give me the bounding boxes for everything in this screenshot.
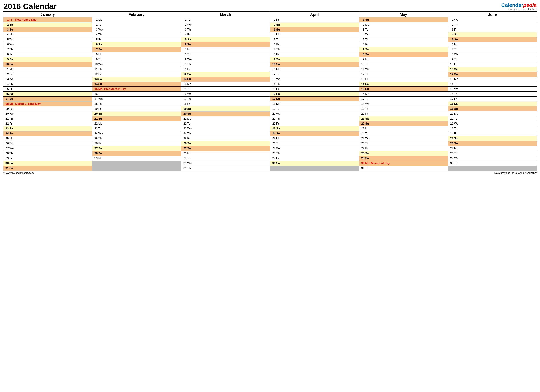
day-cell: 28Tu (448, 151, 537, 156)
day-cell: 29Fr (3, 156, 92, 161)
day-cell: 26Fr (92, 141, 181, 146)
day-cell (92, 166, 181, 171)
day-cell: 26Su (448, 141, 537, 146)
day-cell: 4Sa (448, 32, 537, 37)
footer-disclaimer: Data provided 'as is' without warranty (494, 171, 537, 174)
day-cell: 27We (270, 146, 359, 151)
day-cell: 29Tu (181, 156, 270, 161)
day-cell: 18Th (92, 101, 181, 106)
day-cell: 16Th (448, 92, 537, 96)
day-cell: 5Fr (92, 37, 181, 42)
day-cell: 24Su (3, 131, 92, 136)
calendar-table: JanuaryFebruaryMarchAprilMayJune 1FrNew … (3, 11, 537, 171)
day-cell: 20We (3, 111, 92, 116)
day-cell: 13Su (181, 77, 270, 82)
day-cell: 24We (92, 131, 181, 136)
day-cell: 12Tu (270, 72, 359, 77)
day-cell: 4Fr (181, 32, 270, 37)
day-cell: 19Fr (92, 106, 181, 111)
day-cell: 15Su (359, 87, 448, 92)
day-cell: 31Su (3, 166, 92, 171)
day-cell: 5Su (448, 37, 537, 42)
day-cell: 6We (3, 42, 92, 47)
day-cell: 20We (270, 111, 359, 116)
day-cell: 4Mo (270, 32, 359, 37)
day-cell: 17Su (270, 96, 359, 101)
day-cell: 5Tu (3, 37, 92, 42)
day-cell: 17Su (3, 96, 92, 101)
day-cell: 28Th (270, 151, 359, 156)
day-cell: 11Mo (270, 67, 359, 72)
day-cell: 21Su (92, 116, 181, 121)
day-cell: 10Fr (448, 62, 537, 67)
day-cell: 16Tu (92, 92, 181, 96)
day-cell: 12Sa (181, 72, 270, 77)
day-cell: 28Su (92, 151, 181, 156)
day-cell: 3Su (3, 27, 92, 32)
day-cell: 26Sa (181, 141, 270, 146)
day-cell: 10Th (181, 62, 270, 67)
day-cell: 12Tu (3, 72, 92, 77)
day-cell: 17Tu (359, 96, 448, 101)
day-cell: 19Su (448, 106, 537, 111)
day-cell: 18Mo (270, 101, 359, 106)
day-cell: 20Fr (359, 111, 448, 116)
day-cell: 1Mo (92, 17, 181, 22)
day-cell: 24Fr (448, 131, 537, 136)
day-cell: 29Su (359, 156, 448, 161)
day-cell: 7Th (3, 47, 92, 52)
day-cell: 5Tu (270, 37, 359, 42)
day-cell: 27Su (181, 146, 270, 151)
day-cell: 3We (92, 27, 181, 32)
day-cell: 16Sa (3, 92, 92, 96)
day-cell: 11Fr (181, 67, 270, 72)
day-cell: 7Mo (181, 47, 270, 52)
brand-logo: Calendarpedia Your source for calendars (501, 2, 537, 10)
day-cell: 11Sa (448, 67, 537, 72)
day-cell: 13Sa (92, 77, 181, 82)
day-cell: 23Sa (270, 126, 359, 131)
day-cell: 2We (181, 22, 270, 27)
day-cell: 1FrNew Year's Day (3, 17, 92, 22)
day-cell: 12Th (359, 72, 448, 77)
day-cell: 25Mo (270, 136, 359, 141)
day-cell: 8Su (359, 52, 448, 57)
day-cell: 18We (359, 101, 448, 106)
day-cell: 7Su (92, 47, 181, 52)
day-cell: 14Sa (359, 82, 448, 87)
day-cell: 5Th (359, 37, 448, 42)
day-cell: 22Su (359, 121, 448, 126)
day-cell: 19Sa (181, 106, 270, 111)
day-cell: 11Th (92, 67, 181, 72)
day-cell: 21Tu (448, 116, 537, 121)
day-cell: 26Tu (3, 141, 92, 146)
day-cell: 23Sa (3, 126, 92, 131)
day-cell: 4Mo (3, 32, 92, 37)
day-cell: 19Th (359, 106, 448, 111)
day-cell: 27Sa (92, 146, 181, 151)
day-cell: 29We (448, 156, 537, 161)
day-cell: 9We (181, 57, 270, 62)
day-cell: 8Fr (270, 52, 359, 57)
day-cell: 12Su (448, 72, 537, 77)
day-cell: 22Mo (92, 121, 181, 126)
day-cell: 21Th (3, 116, 92, 121)
day-cell: 30Th (448, 161, 537, 166)
day-cell: 24Th (181, 131, 270, 136)
day-cell: 7Sa (359, 47, 448, 52)
day-cell: 23Tu (92, 126, 181, 131)
day-cell: 25Th (92, 136, 181, 141)
day-cell: 1Su (359, 17, 448, 22)
day-cell: 10Su (270, 62, 359, 67)
day-cell: 18Sa (448, 101, 537, 106)
day-cell: 19Tu (270, 106, 359, 111)
day-cell: 2Sa (3, 22, 92, 27)
day-cell: 27We (3, 146, 92, 151)
day-cell: 30Sa (3, 161, 92, 166)
day-cell: 18Fr (181, 101, 270, 106)
day-cell: 15Tu (181, 87, 270, 92)
day-cell: 9Th (448, 57, 537, 62)
day-cell: 22Fr (3, 121, 92, 126)
month-header: April (270, 12, 359, 17)
day-cell: 5Sa (181, 37, 270, 42)
